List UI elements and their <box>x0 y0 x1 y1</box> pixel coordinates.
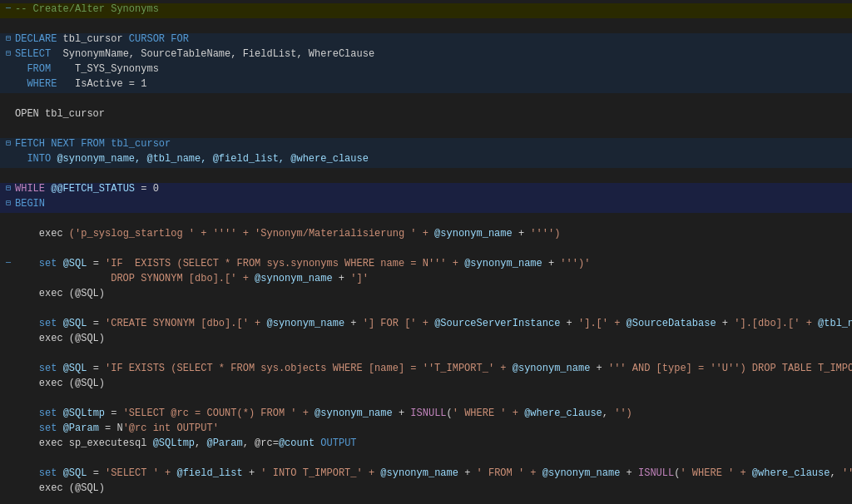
line-gutter[interactable] <box>2 333 15 342</box>
token: = N <box>99 422 123 434</box>
token: + <box>560 318 578 329</box>
token: T_SYS_Synonyms <box>51 63 159 75</box>
line-gutter[interactable] <box>2 273 15 282</box>
line-gutter[interactable] <box>2 378 15 387</box>
token: '') <box>614 408 632 419</box>
token: WHILE <box>15 183 45 195</box>
line-gutter[interactable]: ⊟ <box>2 33 15 43</box>
token: OUTPUT <box>315 437 356 449</box>
token: @SQL <box>63 258 87 269</box>
line-indent <box>15 482 39 494</box>
token: @SQLtmp <box>63 408 105 419</box>
token: , @rc= <box>243 437 279 449</box>
line-gutter[interactable] <box>2 422 15 432</box>
line-gutter[interactable] <box>2 348 15 357</box>
token: 'SELECT ' + <box>105 467 176 479</box>
token: exec (@SQL) <box>39 482 105 494</box>
line-gutter[interactable] <box>2 408 15 417</box>
line-gutter[interactable] <box>2 437 15 447</box>
token: '') <box>842 467 852 479</box>
token: tbl_cursor <box>57 33 128 45</box>
line: exec (@SQL) <box>0 288 852 303</box>
token: + <box>716 318 735 329</box>
line-gutter[interactable] <box>2 393 15 402</box>
line: exec ('p_syslog_startlog ' + '''' + 'Syn… <box>0 228 852 243</box>
token: set <box>39 467 63 479</box>
token: FROM <box>27 63 51 75</box>
line-gutter[interactable]: ⊟ <box>2 183 15 193</box>
line <box>0 348 852 363</box>
line: exec (@SQL) <box>0 378 852 393</box>
token: , <box>602 408 614 419</box>
token: + <box>393 408 411 419</box>
token: = <box>87 318 105 329</box>
token: exec (@SQL) <box>39 288 105 299</box>
line-gutter[interactable]: — <box>2 258 15 267</box>
token: @SQL <box>63 363 87 374</box>
line-indent <box>15 437 39 449</box>
line-gutter[interactable]: ⊟ <box>2 48 15 58</box>
token: exec <box>39 228 69 240</box>
line-gutter[interactable] <box>2 63 15 72</box>
line-gutter[interactable] <box>2 288 15 297</box>
token: ']' <box>350 273 369 284</box>
line-indent <box>15 333 39 344</box>
token: @field_list <box>176 467 242 479</box>
line: ⊟FETCH NEXT FROM tbl_cursor <box>0 138 852 153</box>
token: ('p_syslog_startlog ' + '''' + 'Synonym/… <box>69 228 434 240</box>
line-gutter[interactable]: ⊟ <box>2 198 15 208</box>
line-indent <box>15 378 39 389</box>
line-gutter[interactable] <box>2 228 15 237</box>
line <box>0 93 852 108</box>
token: + <box>542 258 561 269</box>
line-gutter[interactable]: ⊟ <box>2 138 15 148</box>
line-gutter[interactable] <box>2 318 15 327</box>
line-indent <box>15 408 39 419</box>
line-gutter[interactable] <box>2 93 15 102</box>
line: ⊟DECLARE tbl_cursor CURSOR FOR <box>0 33 852 48</box>
line-gutter[interactable] <box>2 452 15 462</box>
token: INTO <box>27 153 57 165</box>
token: @Param <box>206 437 242 449</box>
token: BEGIN <box>15 198 45 210</box>
line: DROP SYNONYM [dbo].[' + @synonym_name + … <box>0 273 852 288</box>
token: SELECT <box>15 48 51 60</box>
token: 'IF EXISTS (SELECT * FROM sys.synonyms W… <box>105 258 464 269</box>
line: INTO @synonym_name, @tbl_name, @field_li… <box>0 153 852 168</box>
token: = <box>105 408 123 419</box>
token: , <box>830 467 841 479</box>
token: ( <box>447 408 453 419</box>
line-gutter[interactable] <box>2 213 15 222</box>
line-gutter[interactable] <box>2 482 15 492</box>
token: set <box>39 408 63 419</box>
line-gutter[interactable] <box>2 108 15 117</box>
line-gutter[interactable] <box>2 243 15 252</box>
line: ⊟WHILE @@FETCH_STATUS = 0 <box>0 183 852 198</box>
line-gutter[interactable] <box>2 78 15 87</box>
line-gutter[interactable] <box>2 168 15 177</box>
line-gutter[interactable] <box>2 303 15 312</box>
token: ''' AND [type] = ''U'') DROP TABLE T_IMP… <box>608 363 852 374</box>
line <box>0 18 852 33</box>
token: @SQL <box>63 467 87 479</box>
line: set @SQL = 'CREATE SYNONYM [dbo].[' + @s… <box>0 318 852 333</box>
token: IsActive = 1 <box>57 78 146 90</box>
token: CURSOR FOR <box>129 33 189 45</box>
token: set <box>39 258 63 269</box>
line: ⊟SELECT SynonymName, SourceTableName, Fi… <box>0 48 852 63</box>
line <box>0 497 852 504</box>
line-gutter[interactable] <box>2 467 15 477</box>
token: = <box>87 258 105 269</box>
token: exec sp_executesql <box>39 437 153 449</box>
line-gutter[interactable] <box>2 497 15 504</box>
token: @SQLtmp <box>153 437 195 449</box>
line-gutter[interactable] <box>2 363 15 372</box>
line-gutter[interactable] <box>2 123 15 132</box>
token: ''')' <box>560 258 590 269</box>
line-gutter[interactable]: — <box>2 3 15 12</box>
token: DROP SYNONYM [dbo].[' + <box>111 273 255 284</box>
token: '].[dbo].[' + <box>734 318 818 329</box>
line-gutter[interactable] <box>2 18 15 27</box>
token: '] FOR [' + <box>363 318 434 329</box>
line-gutter[interactable] <box>2 153 15 162</box>
